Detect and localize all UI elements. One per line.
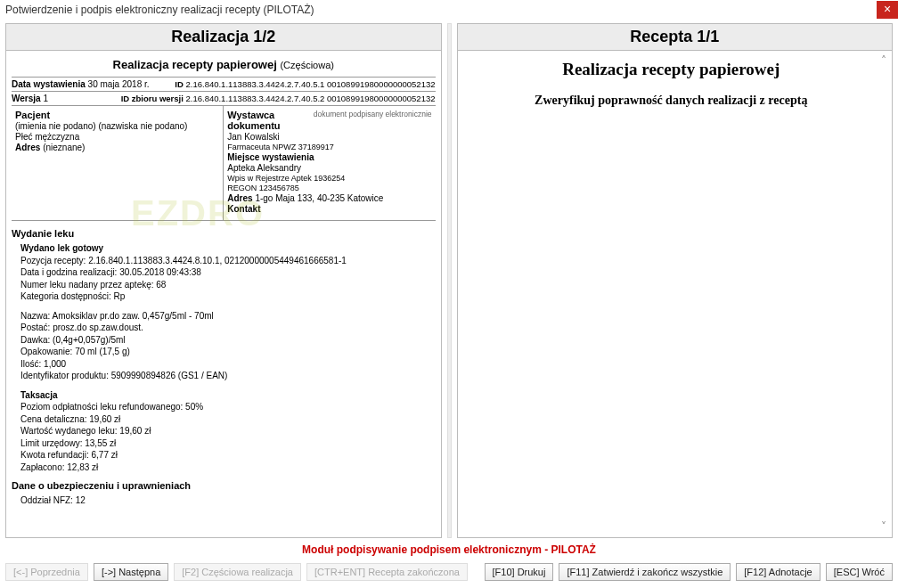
issuer-address-label: Adres bbox=[227, 193, 252, 203]
left-pane-header: Realizacja 1/2 bbox=[6, 24, 441, 51]
dispense-block-1: Wydano lek gotowy Pozycja recepty: 2.16.… bbox=[20, 242, 436, 303]
insurance-section: Dane o ubezpieczeniu i uprawnieniach bbox=[12, 480, 436, 491]
subheader-main: Realizacja recepty papierowej bbox=[113, 58, 277, 71]
disp-ident: Identyfikator produktu: 5909990894826 (G… bbox=[20, 370, 436, 382]
realization-subheader: Realizacja recepty papierowej (Częściowa… bbox=[12, 54, 436, 78]
disp-qty: Ilość: 1,000 bbox=[20, 358, 436, 371]
issuer-name: Jan Kowalski bbox=[227, 132, 431, 142]
id-label: ID bbox=[175, 79, 184, 89]
right-body: ˄ Realizacja recepty papierowej Zweryfik… bbox=[458, 51, 893, 537]
dispense-block-2: Nazwa: Amoksiklav pr.do zaw. 0,457g/5ml … bbox=[20, 310, 436, 382]
disp-refund-amt: Kwota refundacji: 6,77 zł bbox=[20, 449, 436, 461]
dispense-section: Wydanie leku bbox=[12, 228, 436, 239]
window-title: Potwierdzenie i podpis elektroniczny rea… bbox=[5, 4, 314, 16]
confirm-button[interactable]: [F11] Zatwierdź i zakończ wszystkie bbox=[559, 563, 731, 581]
annotations-button[interactable]: [F12] Adnotacje bbox=[736, 563, 820, 581]
pilot-bar: Moduł podpisywanie podpisem elektroniczn… bbox=[0, 538, 898, 559]
issuer-col: dokument podpisany elektronicznie Wystaw… bbox=[224, 106, 435, 220]
splitter[interactable] bbox=[447, 23, 452, 538]
subheader-suffix: (Częściowa) bbox=[280, 60, 334, 70]
disp-num: Numer leku nadany przez aptekę: 68 bbox=[20, 279, 436, 291]
two-col: Pacjent (imienia nie podano) (nazwiska n… bbox=[12, 106, 436, 221]
insurance-block: Oddział NFZ: 12 bbox=[20, 494, 436, 507]
window-titlebar: Potwierdzenie i podpis elektroniczny rea… bbox=[0, 0, 898, 20]
insurance-nfz: Oddział NFZ: 12 bbox=[20, 494, 436, 507]
disp-price: Cena detaliczna: 19,60 zł bbox=[20, 413, 436, 426]
disp-dose: Dawka: (0,4g+0,057g)/5ml bbox=[20, 334, 436, 347]
meta-row-1: Data wystawienia 30 maja 2018 r. ID 2.16… bbox=[12, 78, 436, 92]
print-button[interactable]: [F10] Drukuj bbox=[485, 563, 554, 581]
scroll-down-icon[interactable]: ˅ bbox=[877, 520, 890, 534]
left-body: EZDRO Realizacja recepty papierowej (Czę… bbox=[6, 51, 441, 537]
partial-button: [F2] Częściowa realizacja bbox=[174, 563, 301, 581]
patient-sex: Płeć mężczyzna bbox=[15, 132, 219, 142]
patient-address-value: (nieznane) bbox=[43, 143, 85, 152]
idset-value: 2.16.840.1.113883.3.4424.2.7.40.5.2 0010… bbox=[186, 94, 436, 103]
issuer-place-name: Apteka Aleksandry bbox=[227, 163, 431, 173]
issuer-address-value: 1-go Maja 133, 40-235 Katowice bbox=[255, 193, 383, 203]
issuer-place-label: Miejsce wystawienia bbox=[227, 152, 431, 162]
back-button[interactable]: [ESC] Wróć bbox=[826, 563, 893, 581]
meta-row-2: Wersja 1 ID zbioru wersji 2.16.840.1.113… bbox=[12, 92, 436, 106]
disp-h1: Wydano lek gotowy bbox=[20, 242, 436, 255]
scroll-up-icon[interactable]: ˄ bbox=[877, 54, 890, 68]
disp-refund: Poziom odpłatności leku refundowanego: 5… bbox=[20, 401, 436, 413]
disp-cat: Kategoria dostępności: Rp bbox=[20, 290, 436, 303]
issuer-role: Farmaceuta NPWZ 37189917 bbox=[227, 143, 431, 151]
disp-dt: Data i godzina realizacji: 30.05.2018 09… bbox=[20, 266, 436, 279]
disp-form: Postać: prosz.do sp.zaw.doust. bbox=[20, 322, 436, 334]
issuer-regon: REGON 123456785 bbox=[227, 184, 431, 192]
prev-button: [<-] Poprzednia bbox=[5, 563, 88, 581]
right-big-title: Realizacja recepty papierowej bbox=[467, 60, 877, 79]
patient-col: Pacjent (imienia nie podano) (nazwiska n… bbox=[12, 106, 224, 220]
dispense-block-3: Taksacja Poziom odpłatności leku refundo… bbox=[20, 389, 436, 474]
disp-limit: Limit urzędowy: 13,55 zł bbox=[20, 437, 436, 450]
disp-value: Wartość wydanego leku: 19,60 zł bbox=[20, 425, 436, 437]
right-pane: Recepta 1/1 ˄ Realizacja recepty papiero… bbox=[457, 23, 894, 538]
version-value: 1 bbox=[43, 94, 48, 103]
main-split: Realizacja 1/2 EZDRO Realizacja recepty … bbox=[0, 20, 898, 538]
next-button[interactable]: [->] Następna bbox=[94, 563, 168, 581]
issuer-contact: Kontakt bbox=[227, 204, 431, 214]
patient-address-label: Adres bbox=[15, 143, 40, 152]
disp-name: Nazwa: Amoksiklav pr.do zaw. 0,457g/5ml … bbox=[20, 310, 436, 323]
disp-pos: Pozycja recepty: 2.16.840.1.113883.3.442… bbox=[20, 255, 436, 267]
date-value: 30 maja 2018 r. bbox=[88, 79, 150, 89]
close-icon[interactable]: × bbox=[877, 1, 898, 19]
disp-paid: Zapłacono: 12,83 zł bbox=[20, 461, 436, 474]
issuer-signote: dokument podpisany elektronicznie bbox=[314, 110, 432, 118]
id-value: 2.16.840.1.113883.3.4424.2.7.40.5.1 0010… bbox=[186, 79, 436, 89]
disp-tax-h: Taksacja bbox=[20, 389, 436, 402]
patient-title: Pacjent bbox=[15, 110, 219, 120]
right-pane-header: Recepta 1/1 bbox=[458, 24, 893, 51]
left-pane: Realizacja 1/2 EZDRO Realizacja recepty … bbox=[5, 23, 442, 538]
date-label: Data wystawienia bbox=[12, 79, 86, 89]
patient-name: (imienia nie podano) (nazwiska nie podan… bbox=[15, 121, 219, 131]
disp-pack: Opakowanie: 70 ml (17,5 g) bbox=[20, 346, 436, 358]
right-instruction: Zweryfikuj poprawność danych realizacji … bbox=[467, 94, 877, 108]
idset-label: ID zbioru wersji bbox=[121, 94, 184, 103]
done-button: [CTR+ENT] Recepta zakończona bbox=[306, 563, 468, 581]
version-label: Wersja bbox=[12, 94, 41, 103]
button-bar: [<-] Poprzednia [->] Następna [F2] Częśc… bbox=[0, 559, 898, 586]
issuer-reg: Wpis w Rejestrze Aptek 1936254 bbox=[227, 174, 431, 183]
